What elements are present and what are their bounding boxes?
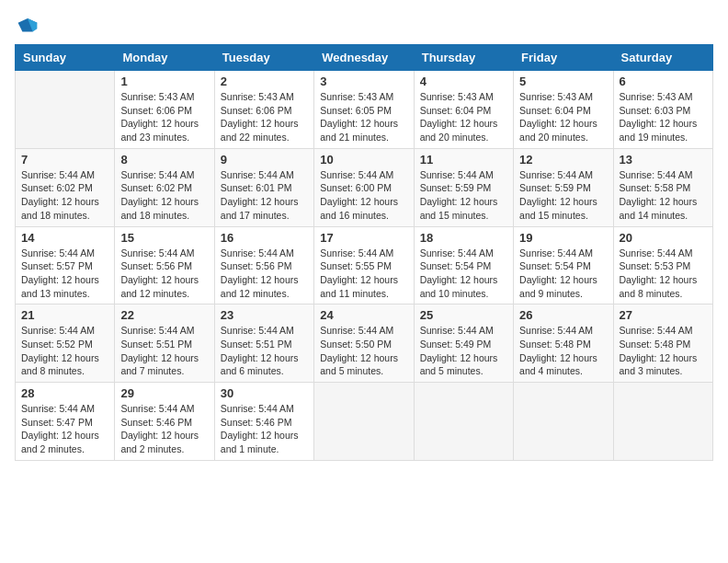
day-number: 5 — [519, 75, 607, 88]
day-number: 3 — [320, 75, 407, 88]
day-number: 20 — [620, 231, 707, 245]
day-cell: 2Sunrise: 5:43 AM Sunset: 6:06 PM Daylig… — [214, 71, 313, 149]
day-info: Sunrise: 5:43 AM Sunset: 6:04 PM Dayligh… — [519, 90, 607, 144]
day-cell — [414, 383, 513, 461]
day-info: Sunrise: 5:44 AM Sunset: 5:46 PM Dayligh… — [120, 402, 208, 456]
week-row-5: 28Sunrise: 5:44 AM Sunset: 5:47 PM Dayli… — [16, 383, 713, 461]
day-number: 6 — [620, 75, 707, 88]
day-cell: 15Sunrise: 5:44 AM Sunset: 5:56 PM Dayli… — [115, 226, 214, 304]
day-info: Sunrise: 5:44 AM Sunset: 5:46 PM Dayligh… — [221, 402, 308, 456]
logo — [15, 15, 39, 33]
logo-icon — [17, 15, 39, 37]
day-number: 23 — [221, 308, 308, 322]
day-number: 11 — [420, 153, 507, 167]
day-cell: 27Sunrise: 5:44 AM Sunset: 5:48 PM Dayli… — [613, 304, 712, 383]
day-info: Sunrise: 5:44 AM Sunset: 5:48 PM Dayligh… — [620, 324, 707, 378]
day-number: 29 — [120, 386, 208, 400]
day-cell — [514, 383, 613, 461]
day-cell: 24Sunrise: 5:44 AM Sunset: 5:50 PM Dayli… — [314, 304, 414, 383]
day-cell: 25Sunrise: 5:44 AM Sunset: 5:49 PM Dayli… — [414, 304, 513, 383]
day-number: 17 — [320, 231, 407, 245]
day-number: 10 — [320, 153, 407, 167]
day-header-wednesday: Wednesday — [314, 45, 414, 71]
day-cell — [16, 71, 115, 149]
day-info: Sunrise: 5:44 AM Sunset: 5:49 PM Dayligh… — [420, 324, 507, 378]
day-cell: 17Sunrise: 5:44 AM Sunset: 5:55 PM Dayli… — [314, 226, 414, 304]
header-row: SundayMondayTuesdayWednesdayThursdayFrid… — [16, 45, 713, 71]
calendar-header: SundayMondayTuesdayWednesdayThursdayFrid… — [16, 45, 713, 71]
day-number: 26 — [519, 308, 607, 322]
day-number: 13 — [620, 153, 707, 167]
day-info: Sunrise: 5:44 AM Sunset: 5:50 PM Dayligh… — [320, 324, 407, 378]
day-cell: 9Sunrise: 5:44 AM Sunset: 6:01 PM Daylig… — [214, 148, 313, 226]
day-cell: 3Sunrise: 5:43 AM Sunset: 6:05 PM Daylig… — [314, 71, 414, 149]
day-info: Sunrise: 5:44 AM Sunset: 5:59 PM Dayligh… — [420, 168, 507, 223]
day-number: 18 — [420, 231, 507, 245]
day-info: Sunrise: 5:44 AM Sunset: 5:56 PM Dayligh… — [120, 247, 208, 301]
day-info: Sunrise: 5:44 AM Sunset: 5:51 PM Dayligh… — [221, 324, 308, 378]
day-number: 8 — [120, 153, 208, 167]
day-number: 19 — [519, 231, 607, 245]
day-number: 1 — [120, 75, 208, 88]
day-cell: 12Sunrise: 5:44 AM Sunset: 5:59 PM Dayli… — [514, 148, 613, 226]
day-cell: 21Sunrise: 5:44 AM Sunset: 5:52 PM Dayli… — [16, 304, 115, 383]
day-info: Sunrise: 5:44 AM Sunset: 5:54 PM Dayligh… — [420, 247, 507, 301]
day-cell: 26Sunrise: 5:44 AM Sunset: 5:48 PM Dayli… — [514, 304, 613, 383]
day-info: Sunrise: 5:44 AM Sunset: 5:55 PM Dayligh… — [320, 247, 407, 301]
day-cell: 22Sunrise: 5:44 AM Sunset: 5:51 PM Dayli… — [115, 304, 214, 383]
day-cell: 4Sunrise: 5:43 AM Sunset: 6:04 PM Daylig… — [414, 71, 513, 149]
day-header-saturday: Saturday — [613, 45, 712, 71]
day-number: 21 — [21, 308, 108, 322]
day-header-thursday: Thursday — [414, 45, 513, 71]
day-info: Sunrise: 5:44 AM Sunset: 5:48 PM Dayligh… — [519, 324, 607, 378]
day-cell: 6Sunrise: 5:43 AM Sunset: 6:03 PM Daylig… — [613, 71, 712, 149]
day-info: Sunrise: 5:43 AM Sunset: 6:04 PM Dayligh… — [420, 90, 507, 144]
day-number: 4 — [420, 75, 507, 88]
week-row-1: 1Sunrise: 5:43 AM Sunset: 6:06 PM Daylig… — [16, 71, 713, 149]
calendar-body: 1Sunrise: 5:43 AM Sunset: 6:06 PM Daylig… — [16, 71, 713, 461]
day-header-sunday: Sunday — [16, 45, 115, 71]
day-number: 28 — [21, 386, 108, 400]
day-number: 2 — [221, 75, 308, 88]
day-info: Sunrise: 5:43 AM Sunset: 6:03 PM Dayligh… — [620, 90, 707, 144]
day-number: 16 — [221, 231, 308, 245]
day-cell: 7Sunrise: 5:44 AM Sunset: 6:02 PM Daylig… — [16, 148, 115, 226]
day-info: Sunrise: 5:44 AM Sunset: 5:52 PM Dayligh… — [21, 324, 108, 378]
day-cell: 18Sunrise: 5:44 AM Sunset: 5:54 PM Dayli… — [414, 226, 513, 304]
day-cell: 30Sunrise: 5:44 AM Sunset: 5:46 PM Dayli… — [214, 383, 313, 461]
day-info: Sunrise: 5:44 AM Sunset: 5:47 PM Dayligh… — [21, 402, 108, 456]
day-info: Sunrise: 5:44 AM Sunset: 5:59 PM Dayligh… — [519, 168, 607, 223]
day-cell: 5Sunrise: 5:43 AM Sunset: 6:04 PM Daylig… — [514, 71, 613, 149]
day-cell: 16Sunrise: 5:44 AM Sunset: 5:56 PM Dayli… — [214, 226, 313, 304]
day-cell: 10Sunrise: 5:44 AM Sunset: 6:00 PM Dayli… — [314, 148, 414, 226]
week-row-2: 7Sunrise: 5:44 AM Sunset: 6:02 PM Daylig… — [16, 148, 713, 226]
day-number: 9 — [221, 153, 308, 167]
day-info: Sunrise: 5:44 AM Sunset: 5:58 PM Dayligh… — [620, 168, 707, 223]
day-number: 24 — [320, 308, 407, 322]
day-number: 12 — [519, 153, 607, 167]
week-row-4: 21Sunrise: 5:44 AM Sunset: 5:52 PM Dayli… — [16, 304, 713, 383]
day-cell: 11Sunrise: 5:44 AM Sunset: 5:59 PM Dayli… — [414, 148, 513, 226]
day-cell — [613, 383, 712, 461]
day-header-tuesday: Tuesday — [214, 45, 313, 71]
day-info: Sunrise: 5:43 AM Sunset: 6:05 PM Dayligh… — [320, 90, 407, 144]
day-number: 25 — [420, 308, 507, 322]
day-info: Sunrise: 5:44 AM Sunset: 6:02 PM Dayligh… — [120, 168, 208, 223]
day-number: 15 — [120, 231, 208, 245]
day-cell: 20Sunrise: 5:44 AM Sunset: 5:53 PM Dayli… — [613, 226, 712, 304]
day-info: Sunrise: 5:44 AM Sunset: 5:56 PM Dayligh… — [221, 247, 308, 301]
day-number: 14 — [21, 231, 108, 245]
day-number: 30 — [221, 386, 308, 400]
header — [15, 15, 713, 33]
day-info: Sunrise: 5:44 AM Sunset: 5:51 PM Dayligh… — [120, 324, 208, 378]
day-info: Sunrise: 5:44 AM Sunset: 6:01 PM Dayligh… — [221, 168, 308, 223]
day-info: Sunrise: 5:43 AM Sunset: 6:06 PM Dayligh… — [120, 90, 208, 144]
day-cell: 13Sunrise: 5:44 AM Sunset: 5:58 PM Dayli… — [613, 148, 712, 226]
day-cell: 29Sunrise: 5:44 AM Sunset: 5:46 PM Dayli… — [115, 383, 214, 461]
day-info: Sunrise: 5:44 AM Sunset: 5:53 PM Dayligh… — [620, 247, 707, 301]
day-info: Sunrise: 5:44 AM Sunset: 5:54 PM Dayligh… — [519, 247, 607, 301]
day-cell: 23Sunrise: 5:44 AM Sunset: 5:51 PM Dayli… — [214, 304, 313, 383]
calendar: SundayMondayTuesdayWednesdayThursdayFrid… — [15, 44, 713, 461]
day-cell: 28Sunrise: 5:44 AM Sunset: 5:47 PM Dayli… — [16, 383, 115, 461]
day-number: 22 — [120, 308, 208, 322]
